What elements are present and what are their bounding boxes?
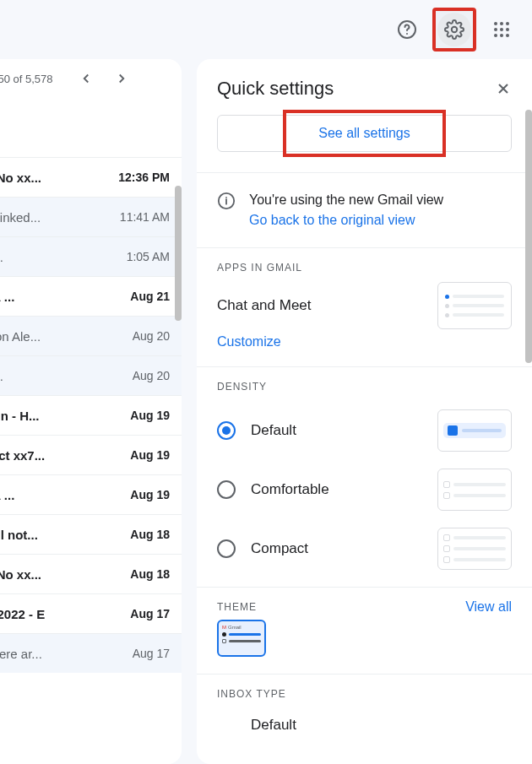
- email-date: Aug 21: [111, 290, 170, 303]
- svg-point-7: [500, 28, 503, 31]
- email-subject: dia ...: [0, 290, 106, 304]
- theme-swatch-default[interactable]: MGmail: [217, 620, 266, 657]
- email-row[interactable]: - Here ar...Aug 17: [0, 633, 182, 673]
- email-row[interactable]: dia ...Aug 21: [0, 276, 182, 316]
- apps-grid-icon: [493, 21, 510, 38]
- email-date: Aug 19: [111, 488, 170, 501]
- email-subject: st 2022 - E: [0, 607, 106, 621]
- apps-preview: [437, 282, 512, 329]
- svg-point-11: [506, 34, 509, 37]
- svg-point-10: [500, 34, 503, 37]
- svg-point-9: [494, 34, 497, 37]
- email-subject: ction Ale...: [0, 329, 106, 344]
- density-default-radio[interactable]: [217, 421, 236, 440]
- email-date: Aug 17: [111, 647, 170, 660]
- density-compact-preview: [437, 528, 512, 570]
- settings-scrollbar[interactable]: [525, 110, 532, 363]
- density-comfortable-radio[interactable]: [217, 480, 236, 499]
- email-date: 1:05 AM: [111, 250, 170, 263]
- email-row[interactable]: ir Linked...11:41 AM: [0, 197, 182, 236]
- email-row[interactable]: a ...Aug 20: [0, 355, 182, 395]
- inbox-type-section-label: INBOX TYPE: [197, 675, 532, 708]
- email-date: Aug 20: [111, 329, 170, 343]
- email-date: Aug 18: [111, 567, 170, 581]
- close-icon: [495, 80, 512, 97]
- email-date: 12:36 PM: [111, 171, 170, 184]
- email-row[interactable]: st 2022 - EAug 17: [0, 593, 182, 633]
- svg-point-1: [406, 33, 408, 35]
- email-date: Aug 20: [111, 369, 170, 382]
- pager-text: 1–50 of 5,578: [0, 73, 53, 85]
- email-row[interactable]: /c No xx...Aug 18: [0, 554, 182, 593]
- chevron-left-icon: [79, 71, 94, 86]
- email-subject: Acct xx7...: [0, 448, 106, 463]
- email-subject: a ...: [0, 250, 106, 264]
- info-icon: [217, 192, 236, 210]
- apps-grid-button[interactable]: [485, 13, 518, 46]
- customize-apps-link[interactable]: Customize: [197, 329, 532, 366]
- quick-settings-panel: Quick settings See all settings You're u…: [197, 59, 532, 764]
- svg-point-4: [500, 22, 503, 25]
- svg-point-13: [225, 197, 227, 198]
- svg-point-5: [506, 22, 509, 25]
- density-default-label: Default: [251, 422, 422, 439]
- apps-section-label: APPS IN GMAIL: [197, 248, 532, 282]
- support-icon-button[interactable]: [390, 13, 424, 46]
- email-row[interactable]: edIn - H...Aug 19: [0, 395, 182, 435]
- new-view-notice: You're using the new Gmail view: [249, 190, 443, 210]
- svg-point-6: [494, 28, 497, 31]
- theme-view-all-link[interactable]: View all: [465, 599, 512, 615]
- email-row[interactable]: dia ...Aug 19: [0, 474, 182, 514]
- density-comfortable-label: Comfortable: [251, 481, 422, 498]
- email-subject: a ...: [0, 369, 106, 383]
- email-row[interactable]: nail not...Aug 18: [0, 514, 182, 554]
- email-row[interactable]: Acct xx7...Aug 19: [0, 435, 182, 474]
- inbox-pane: 1–50 of 5,578 /c No xx...12:36 PMir Link…: [0, 59, 182, 764]
- quick-settings-title: Quick settings: [217, 78, 334, 100]
- close-settings-button[interactable]: [495, 80, 512, 97]
- svg-point-2: [452, 27, 457, 32]
- email-subject: ir Linked...: [0, 210, 106, 225]
- email-date: 11:41 AM: [111, 210, 170, 224]
- email-date: Aug 19: [111, 448, 170, 462]
- email-date: Aug 17: [111, 607, 170, 620]
- density-compact-radio[interactable]: [217, 539, 236, 558]
- email-date: Aug 18: [111, 528, 170, 541]
- email-row[interactable]: /c No xx...12:36 PM: [0, 157, 182, 197]
- density-compact-label: Compact: [251, 540, 422, 557]
- inbox-scrollbar[interactable]: [175, 186, 182, 321]
- theme-section-label: THEME: [217, 601, 257, 613]
- see-all-settings-button[interactable]: See all settings: [217, 115, 512, 152]
- density-section-label: DENSITY: [197, 367, 532, 401]
- gear-icon: [444, 19, 464, 40]
- email-date: Aug 19: [111, 409, 170, 422]
- email-subject: /c No xx...: [0, 567, 106, 582]
- density-comfortable-preview: [437, 469, 512, 511]
- email-subject: nail not...: [0, 528, 106, 542]
- chevron-right-icon: [114, 71, 129, 86]
- gear-highlight-box: [432, 8, 476, 51]
- email-subject: /c No xx...: [0, 171, 106, 185]
- email-row[interactable]: ction Ale...Aug 20: [0, 316, 182, 355]
- email-row[interactable]: a ...1:05 AM: [0, 236, 182, 276]
- help-icon: [397, 19, 417, 40]
- svg-point-8: [506, 28, 509, 31]
- email-subject: edIn - H...: [0, 409, 106, 423]
- pager-next-button[interactable]: [109, 66, 134, 91]
- inbox-type-default-label: Default: [251, 717, 512, 734]
- pager-prev-button[interactable]: [73, 66, 99, 91]
- settings-icon-button[interactable]: [437, 13, 471, 46]
- svg-point-3: [494, 22, 497, 25]
- email-subject: dia ...: [0, 488, 106, 502]
- density-default-preview: [437, 409, 512, 452]
- go-back-original-view-link[interactable]: Go back to the original view: [249, 210, 443, 230]
- chat-and-meet-text: Chat and Meet: [217, 297, 312, 314]
- email-subject: - Here ar...: [0, 647, 106, 661]
